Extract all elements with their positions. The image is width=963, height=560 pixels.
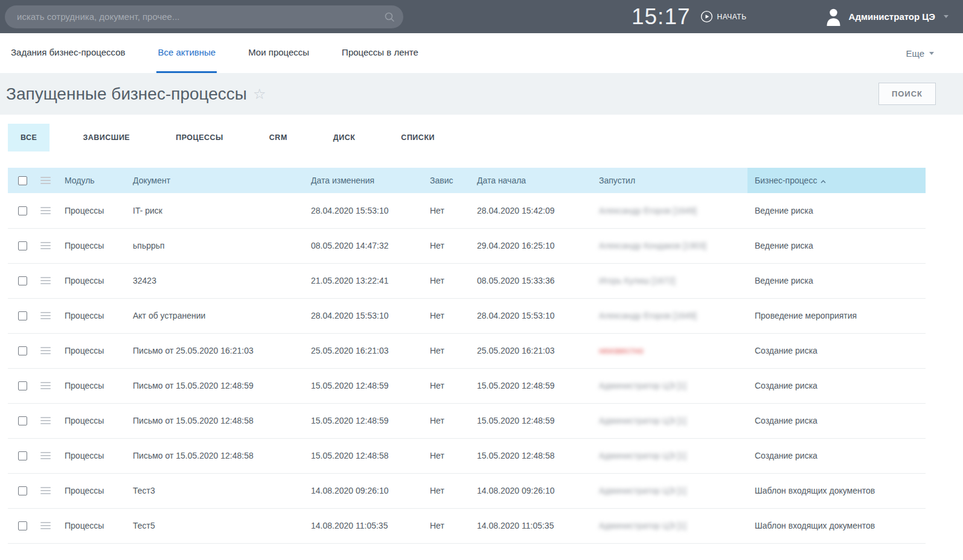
row-checkbox[interactable] [18,206,27,215]
launcher-name: неизвестно [599,346,644,355]
global-search[interactable] [5,5,403,28]
nav-tab[interactable]: Процессы в ленте [341,33,420,73]
row-menu-cell [33,473,57,508]
cell-hung: Нет [423,263,470,298]
row-checkbox[interactable] [18,451,27,460]
sort-asc-icon [821,176,826,185]
filter-chip[interactable]: СПИСКИ [388,124,447,151]
cell-document: ьпьррьп [126,228,304,263]
cell-document: Письмо от 25.05.2020 16:21:03 [126,333,304,368]
row-menu-icon[interactable] [40,485,51,496]
table-row: ПроцессыТест514.08.2020 11:05:35Нет14.08… [8,508,926,543]
search-input[interactable] [5,5,403,28]
launcher-name: Администратор ЦЭ [1] [599,521,686,530]
more-menu-button[interactable]: Еще [906,33,934,73]
cell-document: Письмо от 15.05.2020 12:48:58 [126,403,304,438]
nav-tab[interactable]: Мои процессы [247,33,310,73]
cell-process: Проведение мероприятия [747,298,926,333]
row-menu-icon[interactable] [40,205,51,216]
header-menu-cell [33,168,57,193]
cell-launcher: Александр Егоров [1649] [592,193,747,228]
row-menu-icon[interactable] [40,520,51,531]
cell-launcher: неизвестно [592,333,747,368]
filter-chip[interactable]: ЗАВИСШИЕ [70,124,142,151]
row-menu-icon[interactable] [40,345,51,356]
col-header-document[interactable]: Документ [126,168,304,193]
row-select-cell [8,368,33,403]
row-checkbox[interactable] [18,346,27,355]
filter-chip[interactable]: ПРОЦЕССЫ [163,124,236,151]
row-menu-icon[interactable] [40,450,51,461]
row-menu-icon[interactable] [40,275,51,286]
user-menu[interactable]: Администратор ЦЭ [825,8,949,26]
cell-module: Процессы [57,333,126,368]
col-header-module[interactable]: Модуль [57,168,126,193]
row-menu-cell [33,298,57,333]
cell-process: Создание риска [747,438,926,473]
cell-module: Процессы [57,263,126,298]
table-row: ПроцессыПисьмо от 15.05.2020 12:48:5915.… [8,368,926,403]
row-menu-icon[interactable] [40,380,51,391]
row-checkbox[interactable] [18,521,27,530]
filter-chip[interactable]: ДИСК [321,124,368,151]
col-header-hung[interactable]: Завис [423,168,470,193]
col-header-started[interactable]: Дата начала [470,168,592,193]
cell-process: Шаблон входящих документов [747,508,926,543]
grid-menu-icon[interactable] [40,175,51,186]
cell-modified: 14.08.2020 11:05:35 [304,508,423,543]
row-checkbox[interactable] [18,241,27,250]
filter-tabs: ВСЕЗАВИСШИЕПРОЦЕССЫCRMДИСКСПИСКИ [0,115,963,160]
row-select-cell [8,333,33,368]
cell-module: Процессы [57,473,126,508]
filter-chip[interactable]: CRM [257,124,300,151]
search-icon[interactable] [384,11,395,25]
row-menu-cell [33,368,57,403]
row-checkbox[interactable] [18,416,27,425]
cell-launcher: Александр Кондаков [1903] [592,228,747,263]
launcher-name: Администратор ЦЭ [1] [599,416,686,425]
row-menu-icon[interactable] [40,415,51,426]
top-bar: 15:17 НАЧАТЬ Администратор ЦЭ [0,0,963,33]
cell-modified: 14.08.2020 09:26:10 [304,473,423,508]
table-row: Процессы3242321.05.2020 13:22:41Нет08.05… [8,263,926,298]
play-circle-icon [700,10,713,23]
select-all-checkbox[interactable] [18,176,27,185]
row-select-cell [8,438,33,473]
header-select-all-cell [8,168,33,193]
process-grid: МодульДокументДата измененияЗависДата на… [8,168,926,544]
cell-process: Ведение риска [747,228,926,263]
row-menu-cell [33,438,57,473]
cell-launcher: Администратор ЦЭ [1] [592,508,747,543]
search-button[interactable]: ПОИСК [878,83,936,105]
table-row: ПроцессыПисьмо от 15.05.2020 12:48:5815.… [8,438,926,473]
cell-process: Создание риска [747,403,926,438]
filter-chip[interactable]: ВСЕ [8,124,50,151]
row-menu-icon[interactable] [40,310,51,321]
cell-hung: Нет [423,368,470,403]
col-header-process[interactable]: Бизнес-процесс [747,168,926,193]
cell-process: Ведение риска [747,263,926,298]
cell-launcher: Администратор ЦЭ [1] [592,438,747,473]
table-row: ПроцессыПисьмо от 15.05.2020 12:48:5815.… [8,403,926,438]
clock: 15:17 [632,4,691,30]
row-checkbox[interactable] [18,276,27,285]
cell-hung: Нет [423,193,470,228]
favorite-star-icon[interactable]: ☆ [253,87,266,101]
row-menu-icon[interactable] [40,240,51,251]
nav-tab[interactable]: Все активные [156,33,217,73]
cell-module: Процессы [57,298,126,333]
row-menu-cell [33,263,57,298]
col-header-launcher[interactable]: Запустил [592,168,747,193]
row-checkbox[interactable] [18,486,27,495]
row-select-cell [8,193,33,228]
row-checkbox[interactable] [18,381,27,390]
cell-process: Шаблон входящих документов [747,473,926,508]
row-menu-cell [33,508,57,543]
row-checkbox[interactable] [18,311,27,320]
cell-modified: 15.05.2020 12:48:59 [304,368,423,403]
cell-process: Ведение риска [747,193,926,228]
start-timer-button[interactable]: НАЧАТЬ [700,10,747,23]
launcher-name: Александр Егоров [1649] [599,311,697,320]
col-header-modified[interactable]: Дата изменения [304,168,423,193]
nav-tab[interactable]: Задания бизнес-процессов [10,33,126,73]
